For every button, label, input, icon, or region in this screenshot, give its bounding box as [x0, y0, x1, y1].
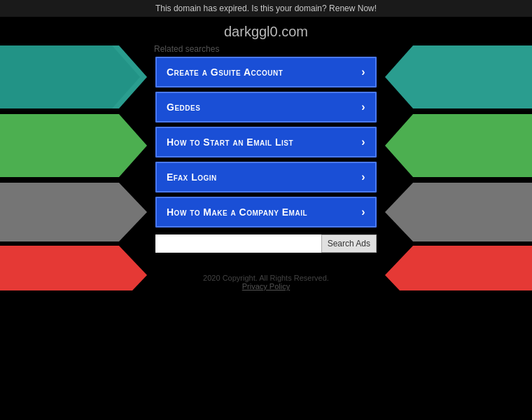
chevron-icon-1: › [361, 66, 365, 78]
search-button-2-label: Geddes [167, 102, 200, 113]
footer: 2020 Copyright. All Rights Reserved. Pri… [203, 274, 329, 290]
search-button-5[interactable]: How to Make a Company Email › [155, 197, 377, 227]
top-notification-bar: This domain has expired. Is this your do… [0, 0, 532, 17]
main-content: darkggl0.com Related searches Create a G… [0, 17, 532, 290]
related-searches-label: Related searches [154, 44, 219, 54]
chevron-icon-3: › [361, 136, 365, 148]
search-button-4-label: Efax Login [167, 172, 217, 183]
chevron-icon-5: › [361, 206, 365, 218]
search-bar-row: Search Ads [155, 234, 377, 253]
search-button-3[interactable]: How to Start an Email List › [155, 127, 377, 158]
search-button-2[interactable]: Geddes › [155, 92, 377, 122]
chevron-icon-2: › [361, 101, 365, 113]
search-button-3-label: How to Start an Email List [167, 136, 293, 148]
search-button-1[interactable]: Create a Gsuite Account › [155, 57, 377, 88]
copyright-text: 2020 Copyright. All Rights Reserved. [203, 274, 329, 282]
search-button-1-label: Create a Gsuite Account [167, 66, 283, 78]
domain-title: darkggl0.com [224, 17, 308, 44]
chevron-icon-4: › [361, 171, 365, 183]
search-ads-button[interactable]: Search Ads [321, 234, 377, 253]
search-input[interactable] [155, 234, 321, 253]
search-button-4[interactable]: Efax Login › [155, 162, 377, 192]
expired-message: This domain has expired. Is this your do… [155, 4, 377, 13]
privacy-policy-link[interactable]: Privacy Policy [242, 282, 290, 290]
search-button-5-label: How to Make a Company Email [167, 206, 307, 218]
